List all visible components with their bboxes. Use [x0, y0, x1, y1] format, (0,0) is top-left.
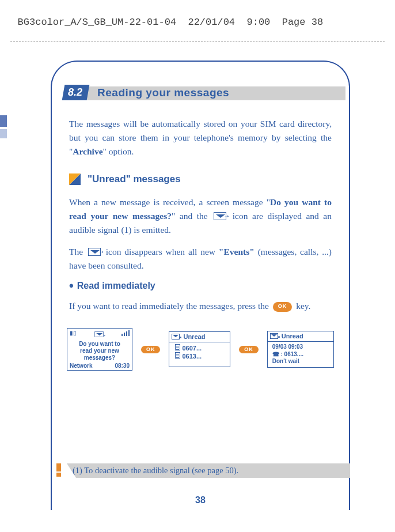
intro-paragraph: The messages will be automatically store…	[69, 117, 332, 159]
envelope-icon: ➝	[88, 248, 101, 256]
section-heading-row: 8.2 Reading your messages	[52, 85, 349, 101]
crop-header-text: BG3color_A/S_GB_UM-22-01-04 22/01/04 9:0…	[12, 17, 323, 28]
read-immediately-heading: •Read immediately	[69, 281, 332, 291]
screen1-message: Do you want to read your new messages?	[67, 338, 132, 363]
phone-screen-prompt: ▮▯ ➝ Do you want to read your new messag…	[67, 328, 132, 371]
page-number: 38	[52, 495, 349, 505]
triangle-icon	[69, 173, 81, 185]
ok-key-icon: OK	[141, 346, 161, 353]
message-icon	[175, 352, 180, 359]
screen2-line1: 0607...	[175, 344, 227, 352]
screen3-title: Unread	[282, 333, 303, 339]
section-number: 8.2	[68, 86, 82, 99]
envelope-icon: ➝	[214, 212, 226, 220]
ok-key-icon: OK	[273, 302, 293, 312]
envelope-open-icon: ↗	[270, 333, 278, 339]
content-panel: 8.2 Reading your messages The messages w…	[51, 61, 350, 510]
envelope-icon: ➝	[94, 331, 103, 337]
section-title: Reading your messages	[97, 85, 229, 101]
screen3-line1: 09/03 09:03	[272, 344, 331, 350]
unread-subheading: "Unread" messages	[69, 173, 332, 185]
crop-marks-header: BG3color_A/S_GB_UM-22-01-04 22/01/04 9:0…	[0, 6, 395, 52]
crop-header-rule	[10, 41, 385, 41]
left-accent-strip	[0, 115, 7, 144]
ok-key-icon: OK	[239, 346, 259, 353]
section-number-box: 8.2	[62, 85, 90, 100]
screen1-time: 08:30	[115, 363, 130, 369]
exclamation-icon	[51, 463, 67, 478]
unread-paragraph-2: The ➝ icon disappears when all new "Even…	[69, 245, 332, 273]
screen1-network-label: Network	[70, 363, 92, 369]
footnote: (1) To deactivate the audible signal (se…	[51, 463, 350, 478]
phone-screen-unread-detail: ↗ Unread 09/03 09:03 ☎ : 0613.... Don't …	[267, 331, 334, 368]
bullet-icon: •	[69, 278, 74, 293]
screen3-header: ↗ Unread	[268, 333, 333, 342]
unread-paragraph-1: When a new message is received, a screen…	[69, 195, 332, 237]
message-icon	[175, 344, 180, 350]
footnote-text: (1) To deactivate the audible signal (se…	[67, 463, 350, 478]
screen1-bottom-row: Network 08:30	[70, 363, 130, 369]
screen2-title: Unread	[183, 333, 205, 340]
phone-screen-unread-list: ↗ Unread 0607... 0613...	[169, 331, 230, 367]
screen2-header: ↗ Unread	[169, 333, 230, 342]
screen3-line3: Don't wait	[272, 358, 331, 364]
envelope-open-icon: ↗	[172, 334, 180, 339]
unread-subheading-label: "Unread" messages	[88, 173, 181, 185]
phone-screens-row: ▮▯ ➝ Do you want to read your new messag…	[67, 328, 334, 371]
battery-icon: ▮▯	[70, 330, 77, 338]
screen2-line2: 0613...	[175, 352, 227, 360]
signal-icon	[121, 330, 130, 336]
screen1-status-icons: ▮▯ ➝	[67, 329, 132, 338]
read-immediately-paragraph: If you want to read immediately the mess…	[69, 299, 332, 313]
screen3-line2: ☎ : 0613....	[272, 351, 331, 357]
